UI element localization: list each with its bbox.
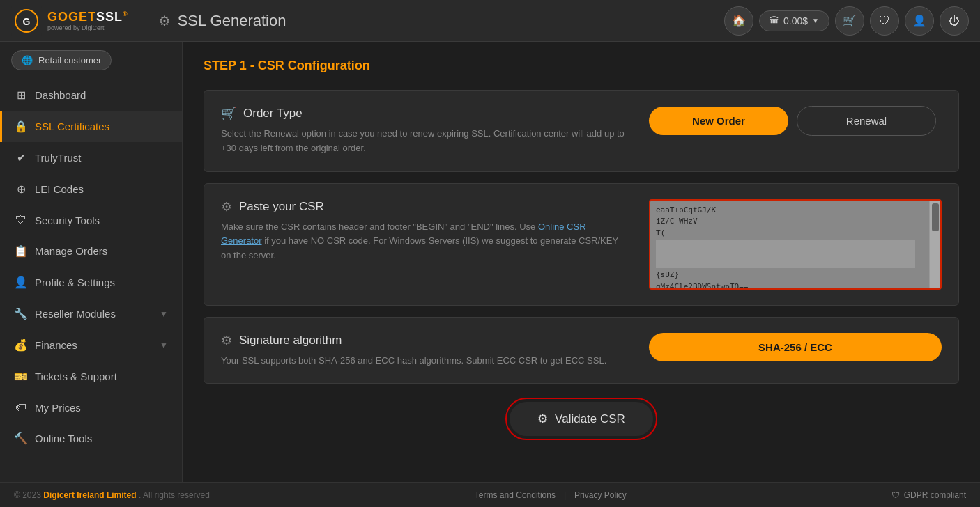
user-button[interactable]: 👤 [905,6,934,36]
power-button[interactable]: ⏻ [940,6,969,36]
customer-label: Retail customer [38,55,101,65]
csr-title: Paste your CSR [239,200,324,214]
truly-trust-icon: ✔ [14,151,28,164]
csr-scrollbar-thumb [932,203,939,231]
validate-section: ⚙ Validate CSR [204,398,959,440]
sidebar-item-label: Manage Orders [35,245,107,257]
csr-text-content: eaaT+pCqtGJ/K iZ/C WHzV T( {sUZ} qMz4Cle… [650,201,940,290]
sidebar-item-label: Reseller Modules [35,308,116,320]
reseller-chevron-icon: ▼ [160,309,168,319]
csr-textarea-wrapper: eaaT+pCqtGJ/K iZ/C WHzV T( {sUZ} qMz4Cle… [649,199,942,290]
privacy-link[interactable]: Privacy Policy [574,490,627,500]
balance-button[interactable]: 🏛 0.00$ ▼ [759,10,829,31]
finances-icon: 💰 [14,338,28,352]
order-type-buttons: New Order Renewal [649,106,942,136]
dashboard-icon: ⊞ [14,88,28,102]
csr-header: ⚙ Paste your CSR [221,199,628,214]
terms-link[interactable]: Terms and Conditions [475,490,556,500]
logo-area: G GOGETSSL® powered by DigiCert [11,6,128,36]
signature-left: ⚙ Signature algorithm Your SSL supports … [221,333,628,368]
sidebar-item-label: Profile & Settings [35,276,115,288]
sidebar-customer-section: 🌐 Retail customer [0,42,182,79]
sidebar-item-ssl-certificates[interactable]: 🔒 SSL Certificates [0,111,182,142]
csr-scrollbar[interactable] [929,201,940,288]
csr-gear-icon: ⚙ [221,199,232,214]
validate-gear-icon: ⚙ [537,412,548,426]
logo-text: GOGETSSL® powered by DigiCert [47,10,128,31]
renewal-button[interactable]: Renewal [797,106,936,136]
csr-desc: Make sure the CSR contains header and fo… [221,220,628,263]
footer-gdpr: 🛡 GDPR compliant [891,490,966,500]
logo-icon: G [11,6,42,36]
gdpr-label: GDPR compliant [904,490,966,500]
order-type-left: 🛒 Order Type Select the Renewal option i… [221,106,628,156]
sidebar-item-label: Dashboard [35,89,86,101]
sidebar-item-online-tools[interactable]: 🔨 Online Tools [0,423,182,454]
customer-globe-icon: 🌐 [22,55,33,65]
security-icon: 🛡 [14,214,28,226]
signature-title: Signature algorithm [239,334,342,348]
sidebar-item-profile-settings[interactable]: 👤 Profile & Settings [0,267,182,298]
page-gear-icon: ⚙ [158,13,171,29]
sidebar-item-label: Online Tools [35,432,92,444]
csr-blurred-section [656,240,915,268]
footer-links: Terms and Conditions | Privacy Policy [475,490,627,500]
csr-left: ⚙ Paste your CSR Make sure the CSR conta… [221,199,628,263]
finances-chevron-icon: ▼ [160,341,168,350]
home-button[interactable]: 🏠 [724,6,753,36]
sidebar-item-manage-orders[interactable]: 📋 Manage Orders [0,235,182,267]
validate-csr-button[interactable]: ⚙ Validate CSR [510,402,653,436]
help-button[interactable]: 🛡 [870,6,899,36]
sidebar-item-finances[interactable]: 💰 Finances ▼ [0,329,182,361]
content-area: STEP 1 - CSR Configuration 🛒 Order Type … [183,42,980,482]
sidebar-item-dashboard[interactable]: ⊞ Dashboard [0,79,182,111]
header-right: 🏠 🏛 0.00$ ▼ 🛒 🛡 👤 ⏻ [724,6,969,36]
customer-badge[interactable]: 🌐 Retail customer [11,50,112,70]
order-type-card: 🛒 Order Type Select the Renewal option i… [204,90,959,172]
sidebar-item-tickets-support[interactable]: 🎫 Tickets & Support [0,361,182,392]
sidebar-item-label: TrulyTrust [35,152,81,164]
footer: © 2023 Digicert Ireland Limited . All ri… [0,482,980,507]
balance-amount: 0.00$ [783,15,808,26]
lei-icon: ⊕ [14,182,28,196]
signature-algorithm-button[interactable]: SHA-256 / ECC [649,333,942,361]
sidebar-item-my-prices[interactable]: 🏷 My Prices [0,392,182,423]
ssl-icon: 🔒 [14,120,28,133]
main-layout: 🌐 Retail customer ⊞ Dashboard 🔒 SSL Cert… [0,42,980,482]
sidebar-item-label: My Prices [35,402,81,414]
gdpr-shield-icon: 🛡 [891,490,900,500]
cart-button[interactable]: 🛒 [835,6,864,36]
validate-btn-wrapper: ⚙ Validate CSR [505,398,657,440]
reseller-icon: 🔧 [14,307,28,320]
page-title: SSL Generation [178,12,286,30]
sidebar-item-lei-codes[interactable]: ⊕ LEI Codes [0,173,182,205]
sidebar-item-reseller-modules[interactable]: 🔧 Reseller Modules ▼ [0,298,182,329]
order-type-icon: 🛒 [221,106,236,121]
step-title: STEP 1 - CSR Configuration [204,58,959,73]
signature-right: SHA-256 / ECC [649,333,942,361]
balance-chevron-icon: ▼ [812,17,819,24]
signature-card: ⚙ Signature algorithm Your SSL supports … [204,317,959,384]
csr-right: eaaT+pCqtGJ/K iZ/C WHzV T( {sUZ} qMz4Cle… [649,199,942,290]
sidebar-item-truly-trust[interactable]: ✔ TrulyTrust [0,142,182,173]
signature-desc: Your SSL supports both SHA-256 and ECC h… [221,354,628,368]
signature-header: ⚙ Signature algorithm [221,333,628,348]
new-order-button[interactable]: New Order [649,107,788,135]
footer-copyright: © 2023 Digicert Ireland Limited . All ri… [14,490,210,500]
sidebar-item-label: LEI Codes [35,183,84,195]
sidebar-item-security-tools[interactable]: 🛡 Security Tools [0,205,182,235]
bank-icon: 🏛 [770,15,779,26]
tickets-icon: 🎫 [14,370,28,383]
paste-csr-card: ⚙ Paste your CSR Make sure the CSR conta… [204,183,959,306]
csr-textarea-overlay: eaaT+pCqtGJ/K iZ/C WHzV T( {sUZ} qMz4Cle… [649,199,942,290]
page-title-area: ⚙ SSL Generation [144,12,286,30]
orders-icon: 📋 [14,244,28,258]
order-type-desc: Select the Renewal option in case you ne… [221,127,628,156]
header-left: G GOGETSSL® powered by DigiCert ⚙ SSL Ge… [11,6,286,36]
tools-icon: 🔨 [14,432,28,445]
footer-company: Digicert Ireland Limited [43,490,136,500]
order-type-header: 🛒 Order Type [221,106,628,121]
sidebar-item-label: SSL Certificates [35,120,109,132]
top-header: G GOGETSSL® powered by DigiCert ⚙ SSL Ge… [0,0,980,42]
sidebar-item-label: Security Tools [35,214,100,226]
